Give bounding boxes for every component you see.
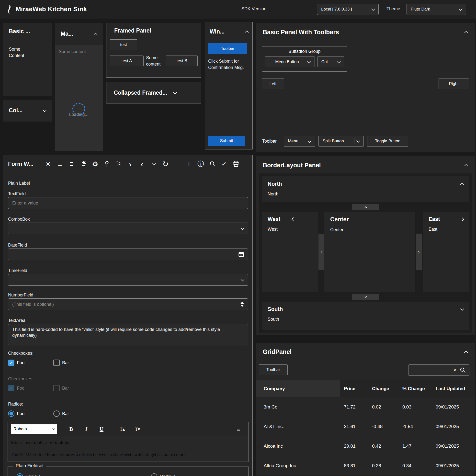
plus-icon[interactable]: + — [183, 159, 195, 169]
collapse-west-icon[interactable] — [291, 217, 295, 221]
chevron-down-icon[interactable] — [148, 159, 160, 169]
print-icon[interactable] — [230, 159, 242, 169]
flag-icon[interactable]: ⚐ — [113, 159, 124, 169]
collapse-panel-icon[interactable] — [464, 164, 468, 168]
radio-b[interactable] — [151, 473, 157, 476]
spinner-down-icon[interactable] — [240, 305, 244, 307]
borderlayout-title: BorderLayout Panel — [263, 162, 321, 169]
radio-bar[interactable] — [53, 410, 60, 417]
gear-icon[interactable]: ⚙ — [89, 159, 101, 169]
datefield-label: DateField — [8, 243, 27, 248]
font-select[interactable]: Roboto — [11, 424, 57, 434]
left-button[interactable]: Left — [262, 79, 284, 89]
radio-foo[interactable] — [8, 410, 15, 417]
basic-panel-title: Basic ... — [9, 28, 46, 35]
shrink-text-button[interactable]: T▾ — [131, 424, 144, 434]
column-header-change[interactable]: Change — [368, 380, 398, 397]
underline-button[interactable]: U — [95, 424, 108, 434]
win-window: Win... Toolbar Click Submit for Confirma… — [205, 22, 253, 150]
minimize-icon[interactable]: _ — [54, 159, 66, 169]
expand-panel-icon[interactable] — [173, 90, 177, 94]
collapse-north-icon[interactable] — [460, 183, 464, 187]
combobox-label: ComboBox — [8, 217, 30, 222]
collapse-panel-icon[interactable] — [464, 31, 468, 35]
combobox-input[interactable] — [8, 222, 248, 234]
collapsed-panel: Col... — [3, 100, 52, 121]
timefield-input[interactable] — [8, 274, 248, 286]
chevron-right-icon[interactable]: › — [124, 159, 136, 169]
numberfield-input[interactable]: (This field is optional) — [8, 298, 248, 310]
collapse-south-icon[interactable] — [460, 307, 464, 311]
masked-panel-body: Some content Loading... — [55, 45, 103, 151]
split-button[interactable]: Split Button — [319, 136, 364, 147]
chevron-down-icon[interactable] — [241, 226, 245, 230]
table-row[interactable]: Alcoa Inc 29.01 0.42 1.47 09/01/2025 — [256, 436, 475, 456]
column-header-pct-change[interactable]: % Change — [398, 380, 432, 397]
column-header-price[interactable]: Price — [340, 380, 368, 397]
datefield-input[interactable] — [8, 249, 248, 260]
right-button[interactable]: Right — [439, 79, 469, 89]
menu-toolbar-button[interactable]: Menu — [284, 136, 315, 147]
app-logo-icon — [5, 5, 14, 14]
checkbox-foo-disabled: ✓ — [8, 385, 15, 391]
number-stepper[interactable] — [240, 302, 244, 307]
borderlayout-body: North North West West ‹ Center Center — [259, 173, 472, 333]
toolbar-button[interactable]: Toolbar — [208, 43, 247, 54]
expand-panel-icon[interactable] — [43, 108, 47, 112]
maximize-icon[interactable] — [66, 159, 78, 169]
search-icon[interactable] — [460, 367, 466, 373]
refresh-icon[interactable]: ↻ — [160, 159, 171, 169]
grid-search-field[interactable]: × — [408, 364, 469, 376]
collapse-panel-icon[interactable] — [464, 351, 468, 355]
collapse-window-icon[interactable] — [245, 30, 249, 34]
theme-select[interactable]: Pluto Dark — [407, 4, 466, 15]
east-splitter-handle[interactable]: › — [416, 234, 422, 270]
checkbox-bar[interactable] — [53, 359, 60, 366]
south-splitter-handle[interactable] — [352, 294, 379, 300]
textarea-input[interactable]: This field is hard-coded to have the "va… — [8, 324, 248, 345]
editor-body[interactable]: Mouse over toolbar for tooltips. The HTM… — [8, 436, 248, 461]
test-button[interactable]: test — [110, 39, 137, 50]
italic-button[interactable]: I — [80, 424, 93, 434]
west-splitter-handle[interactable]: ‹ — [319, 234, 324, 270]
calendar-icon[interactable] — [238, 252, 244, 257]
search-icon[interactable] — [207, 159, 219, 169]
table-row[interactable]: Altria Group Inc 83.81 0.28 0.34 09/01/2… — [256, 456, 475, 476]
chevron-down-icon — [364, 295, 367, 298]
grow-text-button[interactable]: T▴ — [116, 424, 129, 434]
submit-button[interactable]: Submit — [208, 136, 245, 146]
bold-button[interactable]: B — [64, 424, 78, 434]
grid-toolbar-button[interactable]: Toolbar — [259, 364, 288, 375]
textfield-input[interactable] — [8, 197, 248, 209]
info-icon[interactable]: ⓘ — [195, 159, 207, 169]
clear-icon[interactable]: × — [453, 367, 457, 373]
table-row[interactable]: AT&T Inc. 31.61 -0.48 -1.54 09/01/2025 — [256, 417, 475, 436]
toggle-button[interactable]: Toggle Button — [367, 136, 408, 147]
column-header-company[interactable]: Company ↑ — [256, 380, 340, 397]
chevron-left-icon[interactable]: ‹ — [136, 159, 148, 169]
spinner-up-icon[interactable] — [240, 302, 244, 304]
sdk-version-select[interactable]: Local [ 7.8.0.33 ] — [317, 4, 379, 15]
test-a-button[interactable]: test A — [110, 55, 144, 66]
cut-button[interactable]: Cut — [317, 56, 344, 67]
collapse-east-icon[interactable] — [460, 217, 464, 221]
checkbox-foo[interactable]: ✓ — [8, 359, 15, 366]
button-group: Buttsdfon Group Menu Button Cut — [262, 46, 347, 72]
column-header-last-updated[interactable]: Last Updated — [432, 380, 475, 397]
table-row[interactable]: 3m Co 71.72 0.02 0.03 09/01/2025 — [256, 397, 475, 417]
radio-a[interactable] — [17, 473, 23, 476]
menu-button[interactable]: Menu Button — [265, 56, 315, 67]
form-window-titlebar: Form W... × _ ⚙ ⚐ › ‹ ↻ − + ⓘ ✓ — [3, 155, 253, 173]
west-panel: West West — [262, 212, 318, 292]
test-b-button[interactable]: test B — [166, 55, 198, 66]
collapse-panel-icon[interactable] — [94, 33, 98, 36]
minus-icon[interactable]: − — [171, 159, 183, 169]
north-splitter-handle[interactable] — [352, 204, 379, 210]
pin-icon[interactable] — [101, 159, 113, 169]
grid-rows: 3m Co 71.72 0.02 0.03 09/01/2025 AT&T In… — [256, 397, 475, 476]
chevron-down-icon[interactable] — [241, 278, 245, 282]
restore-icon[interactable] — [78, 159, 89, 169]
check-icon[interactable]: ✓ — [219, 159, 230, 169]
align-button[interactable]: ≡ — [232, 424, 245, 434]
close-icon[interactable]: × — [42, 159, 54, 169]
